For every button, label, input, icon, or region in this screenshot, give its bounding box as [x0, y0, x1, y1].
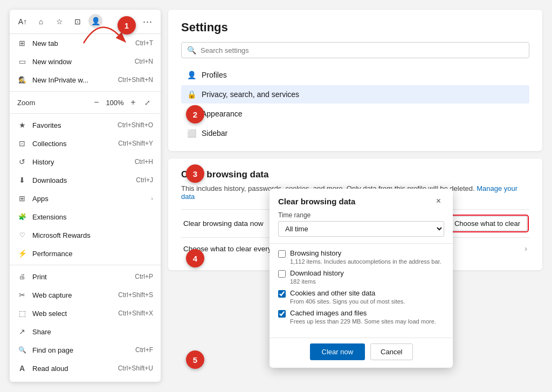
nav-item-profiles-label: Profiles [202, 71, 227, 79]
menu-item-performance[interactable]: ⚡ Performance [10, 244, 161, 263]
menu-item-extensions[interactable]: 🧩 Extensions [10, 208, 161, 226]
zoom-fullscreen-button[interactable]: ⤢ [141, 97, 153, 108]
downloads-shortcut: Ctrl+J [136, 176, 153, 184]
nav-item-appearance-label: Appearance [202, 109, 243, 118]
search-input[interactable] [201, 46, 523, 54]
divider-1 [10, 91, 161, 92]
toolbar-home-icon[interactable]: ⌂ [33, 14, 49, 29]
toolbar-star-icon[interactable]: ☆ [52, 14, 67, 29]
menu-item-favorites-label: Favorites [32, 121, 112, 129]
menu-item-share-label: Share [32, 328, 153, 336]
menu-item-ms-rewards[interactable]: ♡ Microsoft Rewards [10, 226, 161, 244]
search-bar[interactable]: 🔍 [181, 42, 529, 58]
nav-item-profiles[interactable]: 👤 Profiles [181, 66, 529, 84]
checkbox-row-download-history: Download history 182 items [278, 269, 444, 285]
dialog-body: Time range All time Last hour Last 24 ho… [270, 211, 453, 338]
download-history-sub: 182 items [290, 278, 444, 285]
menu-item-new-inprivate[interactable]: 🕵 New InPrivate w... Ctrl+Shift+N [10, 71, 161, 89]
dialog-header: Clear browsing data × [270, 189, 453, 211]
step-2-badge: 2 [186, 105, 204, 123]
menu-item-downloads[interactable]: ⬇ Downloads Ctrl+J [10, 171, 161, 189]
browsing-history-checkbox-label[interactable]: Browsing history [278, 249, 444, 258]
dialog-close-button[interactable]: × [433, 195, 444, 207]
divider-3 [10, 265, 161, 265]
cookies-checkbox[interactable] [278, 290, 286, 298]
menu-item-more-tools[interactable]: ⋯ More tools › [10, 377, 161, 382]
zoom-row: Zoom − 100% + ⤢ [10, 94, 161, 111]
chevron-right-icon: › [525, 244, 527, 253]
share-icon: ↗ [17, 327, 27, 336]
menu-item-web-capture-label: Web capture [32, 291, 113, 299]
menu-item-collections[interactable]: ⊡ Collections Ctrl+Shift+Y [10, 134, 161, 153]
collections-icon: ⊡ [17, 139, 27, 148]
menu-item-history[interactable]: ↺ History Ctrl+H [10, 153, 161, 171]
web-select-icon: ⬚ [17, 308, 27, 318]
nav-item-sidebar[interactable]: ⬜ Sidebar [181, 124, 529, 142]
zoom-value: 100% [105, 99, 125, 107]
menu-item-print[interactable]: 🖨 Print Ctrl+P [10, 267, 161, 286]
menu-item-find-on-page[interactable]: 🔍 Find on page Ctrl+F [10, 341, 161, 359]
browsing-history-label: Browsing history [290, 249, 341, 257]
menu-item-apps[interactable]: ⊞ Apps › [10, 189, 161, 208]
download-history-checkbox-label[interactable]: Download history [278, 269, 444, 278]
settings-nav: 👤 Profiles 🔒 Privacy, search, and servic… [181, 66, 529, 142]
collections-shortcut: Ctrl+Shift+Y [118, 140, 153, 147]
checkbox-row-cookies: Cookies and other site data From 406 sit… [278, 289, 444, 305]
menu-item-web-capture[interactable]: ✂ Web capture Ctrl+Shift+S [10, 286, 161, 304]
menu-item-find-on-page-label: Find on page [32, 346, 130, 354]
nav-item-appearance[interactable]: 🎨 Appearance [181, 105, 529, 123]
read-aloud-icon: A [17, 363, 27, 373]
browsing-history-checkbox[interactable] [278, 250, 286, 258]
cookies-label: Cookies and other site data [290, 289, 375, 297]
cancel-button[interactable]: Cancel [370, 343, 412, 360]
dialog-title: Clear browsing data [278, 197, 355, 206]
menu-item-extensions-label: Extensions [32, 213, 153, 221]
download-history-checkbox[interactable] [278, 270, 286, 278]
clear-now-button[interactable]: Clear now [310, 343, 365, 360]
menu-item-web-select[interactable]: ⬚ Web select Ctrl+Shift+X [10, 304, 161, 322]
cookies-sub: From 406 sites. Signs you out of most si… [290, 298, 444, 305]
step-4-badge: 4 [186, 249, 204, 267]
menu-item-history-label: History [32, 158, 129, 166]
apps-icon: ⊞ [17, 194, 27, 203]
zoom-controls: − 100% + ⤢ [91, 97, 153, 108]
menu-item-ms-rewards-label: Microsoft Rewards [32, 231, 153, 239]
step-3-badge: 3 [186, 164, 204, 183]
time-range-select[interactable]: All time Last hour Last 24 hours Last 7 … [278, 221, 444, 237]
cookies-checkbox-label[interactable]: Cookies and other site data [278, 289, 444, 298]
find-on-page-icon: 🔍 [17, 345, 27, 355]
cached-checkbox-label[interactable]: Cached images and files [278, 309, 444, 318]
print-icon: 🖨 [17, 272, 27, 281]
downloads-icon: ⬇ [17, 175, 27, 185]
new-window-shortcut: Ctrl+N [135, 58, 153, 65]
zoom-in-button[interactable]: + [127, 97, 139, 108]
zoom-out-button[interactable]: − [91, 97, 102, 108]
browsing-history-sub: 1,112 items. Includes autocompletions in… [290, 258, 444, 265]
toolbar-more-icon[interactable]: ··· [140, 14, 155, 29]
menu-item-read-aloud[interactable]: A Read aloud Ctrl+Shift+U [10, 359, 161, 377]
download-history-label: Download history [290, 269, 344, 277]
choose-what-to-clear-button[interactable]: Choose what to clear [447, 216, 527, 231]
new-tab-shortcut: Ctrl+T [135, 39, 153, 47]
menu-item-read-aloud-label: Read aloud [32, 365, 113, 373]
settings-title: Settings [181, 20, 529, 35]
clear-browsing-dialog: Clear browsing data × Time range All tim… [270, 189, 453, 368]
cached-checkbox[interactable] [278, 310, 286, 318]
performance-icon: ⚡ [17, 249, 27, 258]
menu-item-new-window[interactable]: ▭ New window Ctrl+N [10, 52, 161, 71]
dialog-actions: Clear now Cancel [270, 338, 453, 368]
web-capture-icon: ✂ [17, 290, 27, 300]
web-capture-shortcut: Ctrl+Shift+S [118, 291, 153, 299]
menu-item-print-label: Print [32, 273, 129, 281]
menu-item-collections-label: Collections [32, 140, 113, 148]
toolbar-font-icon[interactable]: A↑ [15, 14, 30, 29]
print-shortcut: Ctrl+P [135, 273, 153, 280]
step-1-badge: 1 [118, 16, 136, 35]
browser-menu: A↑ ⌂ ☆ ⊡ 👤 ··· ⊞ New tab Ctrl+T ▭ New wi… [10, 10, 161, 382]
nav-item-privacy[interactable]: 🔒 Privacy, search, and services [181, 85, 529, 104]
menu-item-performance-label: Performance [32, 250, 153, 258]
ms-rewards-icon: ♡ [17, 230, 27, 240]
step-5-badge: 5 [186, 350, 204, 369]
menu-item-favorites[interactable]: ★ Favorites Ctrl+Shift+O [10, 116, 161, 134]
menu-item-share[interactable]: ↗ Share [10, 322, 161, 341]
